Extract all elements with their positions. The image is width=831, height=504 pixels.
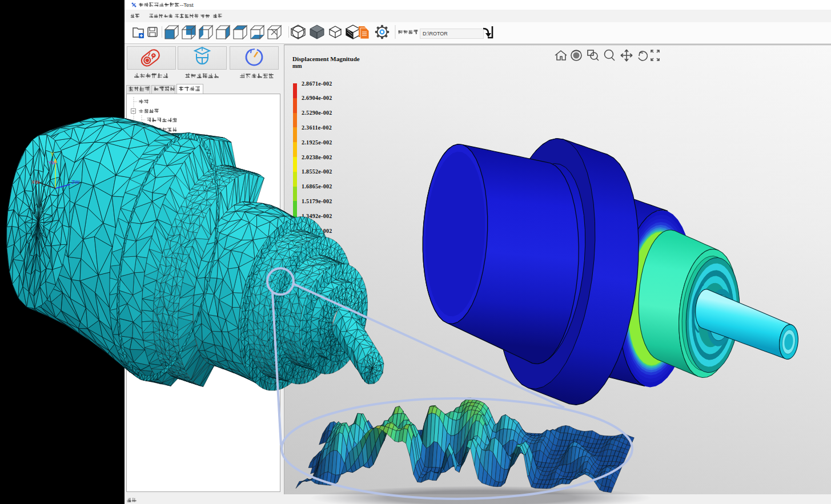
svg-text:YW: YW (48, 160, 57, 166)
svg-text:XW: XW (31, 179, 40, 185)
svg-text:Y: Y (50, 151, 54, 158)
svg-text:ZW: ZW (71, 179, 79, 185)
